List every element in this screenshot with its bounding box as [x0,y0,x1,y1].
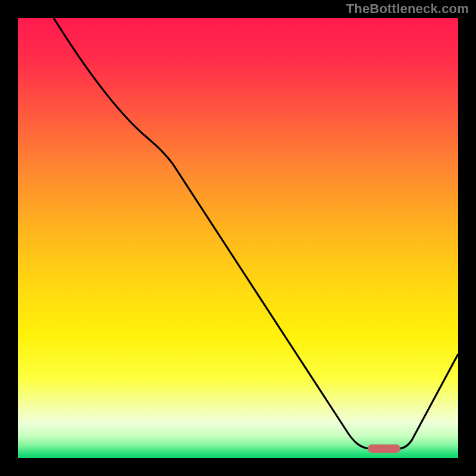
background-gradient [18,18,458,458]
plot-area [18,18,458,458]
optimal-range-marker [368,444,400,453]
svg-rect-0 [18,18,458,458]
chart-container: TheBottleneck.com [0,0,476,476]
watermark-text: TheBottleneck.com [346,1,469,17]
